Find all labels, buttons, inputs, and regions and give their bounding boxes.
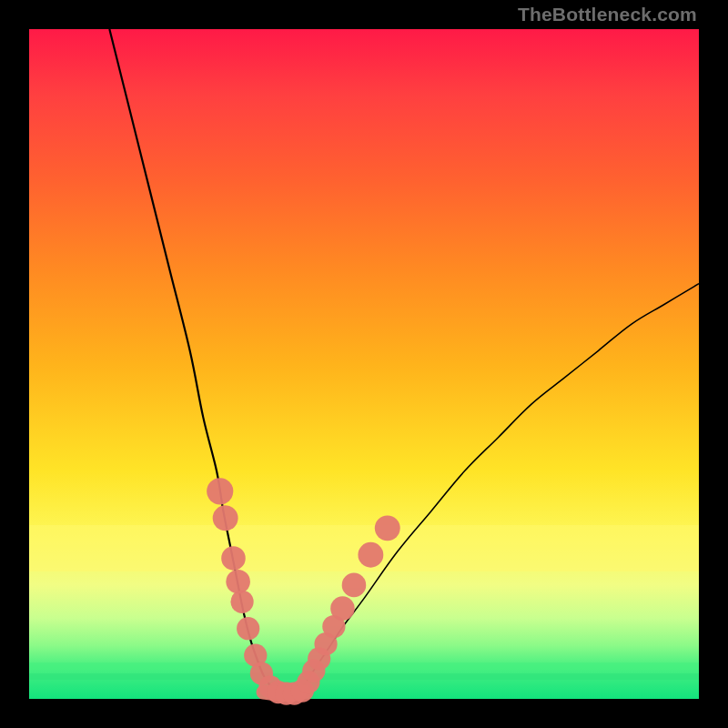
data-marker xyxy=(230,591,253,613)
chart-frame: TheBottleneck.com xyxy=(0,0,728,728)
marker-layer xyxy=(207,478,400,704)
data-marker xyxy=(207,478,233,504)
watermark-text: TheBottleneck.com xyxy=(518,4,697,25)
data-marker xyxy=(213,505,238,531)
data-marker xyxy=(358,542,383,568)
data-marker xyxy=(330,596,355,621)
data-marker xyxy=(226,570,250,594)
series-left-curve xyxy=(109,29,277,693)
data-marker xyxy=(342,573,367,598)
data-marker xyxy=(375,515,400,541)
series-right-curve xyxy=(297,284,699,693)
data-marker xyxy=(237,617,259,640)
series-layer xyxy=(109,29,699,694)
chart-svg xyxy=(29,29,699,699)
data-marker xyxy=(221,546,246,571)
